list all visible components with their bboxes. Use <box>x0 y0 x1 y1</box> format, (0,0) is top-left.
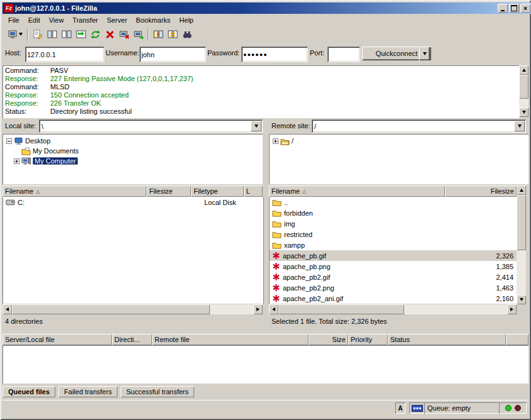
log-line: Response:227 Entering Passive Mode (127,… <box>3 75 519 83</box>
log-line: Status:Directory listing successful <box>3 108 519 116</box>
site-manager-icon <box>8 30 18 40</box>
minimize-icon <box>501 10 505 11</box>
scroll-right-button[interactable] <box>507 304 517 314</box>
scroll-up-icon <box>522 69 526 72</box>
file-row-selected[interactable]: apache_pb.gif 2,326 <box>270 250 517 261</box>
title-bar[interactable]: Fz john@127.0.0.1 - FileZilla × <box>3 3 531 14</box>
toggle-message-log-button[interactable] <box>30 28 45 41</box>
quickconnect-bar: Host: Username: Password: Port: Quickcon… <box>3 43 528 64</box>
column-header-filename[interactable]: Filename△ <box>269 185 445 197</box>
file-row[interactable]: apache_pb.png 1,385 <box>270 261 517 272</box>
synchronized-browsing-button[interactable] <box>165 28 180 41</box>
toggle-transfer-queue-button[interactable] <box>74 28 88 41</box>
local-list-hscrollbar[interactable] <box>3 304 263 314</box>
menu-edit[interactable]: Edit <box>24 15 45 25</box>
toggle-remote-tree-button[interactable] <box>59 28 74 41</box>
close-button[interactable]: × <box>520 4 530 13</box>
scroll-left-button[interactable] <box>3 304 12 314</box>
menu-help[interactable]: Help <box>175 15 198 25</box>
menu-server[interactable]: Server <box>102 15 131 25</box>
expand-icon[interactable] <box>14 158 19 164</box>
scroll-right-button[interactable] <box>253 304 263 314</box>
keypad-icon[interactable] <box>409 402 425 414</box>
scrollbar-thumb[interactable] <box>278 304 404 314</box>
menu-transfer[interactable]: Transfer <box>68 15 102 25</box>
scrollbar-thumb[interactable] <box>517 195 526 250</box>
site-manager-button[interactable] <box>5 28 25 41</box>
cancel-operation-button[interactable] <box>102 28 117 41</box>
tab-queued-files[interactable]: Queued files <box>3 386 55 397</box>
open-folder-icon <box>280 137 290 145</box>
tree-item-root[interactable]: / <box>269 136 528 146</box>
folder-icon <box>272 219 282 228</box>
find-files-button[interactable] <box>180 28 194 41</box>
scrollbar-thumb[interactable] <box>12 304 210 314</box>
log-scrollbar[interactable] <box>519 65 528 117</box>
column-header-filename[interactable]: Filename△ <box>3 185 146 197</box>
remote-list-scrollbar[interactable] <box>517 185 526 304</box>
scroll-down-button[interactable] <box>519 108 528 117</box>
file-row[interactable]: apache_pb2.png 1,463 <box>270 282 517 293</box>
minimize-button[interactable] <box>498 4 508 13</box>
column-header-priority[interactable]: Priority <box>348 334 388 345</box>
collapse-icon[interactable] <box>6 138 12 144</box>
menu-file[interactable]: File <box>4 15 24 25</box>
tree-item-desktop[interactable]: Desktop <box>3 136 263 146</box>
scroll-up-button[interactable] <box>517 185 526 195</box>
quickconnect-dropdown-button[interactable] <box>419 47 430 60</box>
message-log-icon <box>33 30 43 40</box>
local-site-dropdown-button[interactable] <box>251 121 261 131</box>
file-row[interactable]: C: Local Disk <box>3 197 263 207</box>
refresh-button[interactable] <box>88 28 102 41</box>
remote-site-dropdown-button[interactable] <box>514 121 525 131</box>
column-header-last-modified[interactable]: L <box>244 185 263 197</box>
column-header-filesize[interactable]: Filesize <box>146 185 191 197</box>
scroll-left-button[interactable] <box>269 304 278 314</box>
file-row[interactable]: apache_pb2_ani.gif 2,160 <box>270 293 517 304</box>
my-documents-icon <box>21 147 31 155</box>
file-row[interactable]: img <box>270 218 517 229</box>
file-row[interactable]: xampp <box>270 240 517 250</box>
remote-tree-icon <box>62 30 72 40</box>
column-header-remote-file[interactable]: Remote file <box>152 334 309 345</box>
port-input[interactable] <box>327 47 360 62</box>
column-header-filesize[interactable]: Filesize <box>445 185 517 197</box>
scroll-down-button[interactable] <box>517 295 526 304</box>
username-input[interactable] <box>140 47 206 62</box>
password-input[interactable] <box>241 47 308 62</box>
tree-item-my-computer[interactable]: My Computer <box>3 156 263 166</box>
column-header-status[interactable]: Status <box>388 334 506 345</box>
broken-image-icon <box>272 273 280 281</box>
toggle-local-tree-button[interactable] <box>45 28 59 41</box>
host-input[interactable] <box>25 47 104 62</box>
menu-bar: File Edit View Transfer Server Bookmarks… <box>3 14 530 26</box>
tab-successful-transfers[interactable]: Successful transfers <box>121 386 194 397</box>
reconnect-button[interactable] <box>131 28 146 41</box>
log-line: Command:PASV <box>3 67 519 75</box>
scrollbar-thumb[interactable] <box>519 75 528 99</box>
column-header-size[interactable]: Size <box>309 334 348 345</box>
remote-list-header: Filename△ Filesize <box>269 185 517 197</box>
tree-item-label: Desktop <box>25 137 50 145</box>
file-row[interactable]: .. <box>270 197 517 207</box>
file-row[interactable]: restricted <box>270 229 517 240</box>
remote-list-hscrollbar[interactable] <box>269 304 517 314</box>
column-header-direction[interactable]: Directi... <box>112 334 152 345</box>
directory-comparison-button[interactable] <box>151 28 165 41</box>
remote-site-combo[interactable]: / <box>312 119 526 133</box>
scroll-right-icon <box>256 307 260 311</box>
tab-failed-transfers[interactable]: Failed transfers <box>58 386 118 397</box>
scroll-up-button[interactable] <box>519 65 528 75</box>
maximize-button[interactable] <box>509 4 519 13</box>
expand-icon[interactable] <box>273 138 278 144</box>
menu-view[interactable]: View <box>45 15 68 25</box>
disconnect-button[interactable] <box>117 28 131 41</box>
file-row[interactable]: apache_pb2.gif 2,414 <box>270 272 517 282</box>
column-header-server-local-file[interactable]: Server/Local file <box>3 334 112 345</box>
menu-bookmarks[interactable]: Bookmarks <box>131 15 175 25</box>
column-header-filetype[interactable]: Filetype <box>191 185 244 197</box>
transfer-type-icon[interactable]: A <box>395 402 405 414</box>
tree-item-my-documents[interactable]: My Documents <box>3 146 263 156</box>
file-row[interactable]: forbidden <box>270 207 517 218</box>
local-site-combo[interactable]: \ <box>39 119 263 133</box>
